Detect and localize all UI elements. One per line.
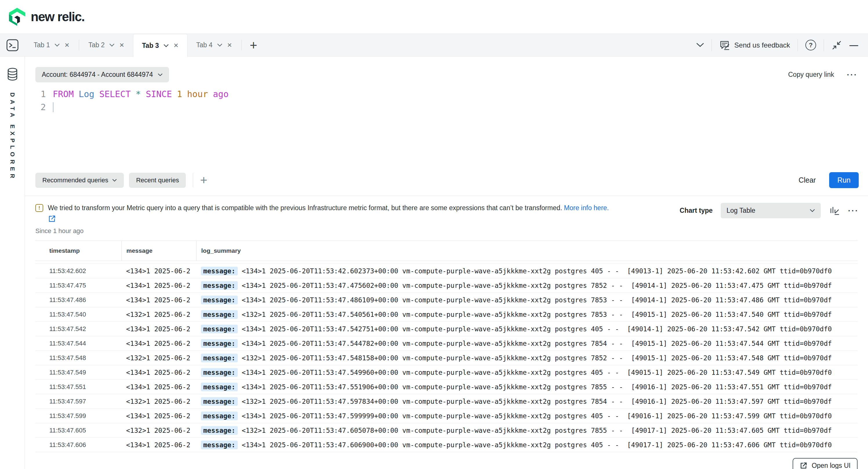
clear-button[interactable]: Clear [799, 176, 816, 184]
chevron-down-icon [112, 179, 117, 182]
chevron-down-icon[interactable] [109, 43, 115, 47]
message-cell: <134>1 2025-06-2 [122, 412, 196, 420]
column-header-log-summary[interactable]: log_summary [196, 241, 858, 260]
account-picker[interactable]: Account: 6844974 - Account 6844974 [35, 67, 169, 82]
table-row[interactable]: 11:53:47.542 <134>1 2025-06-2 message: <… [35, 322, 858, 336]
brand-wordmark: new relic. [31, 9, 85, 24]
nrql-editor[interactable]: 1 FROM Log SELECT * SINCE 1 hour ago 2 [35, 88, 868, 146]
log-summary-text: <134>1 2025-06-20T11:53:42.602373+00:00 … [238, 267, 832, 275]
tab-3-active[interactable]: Tab 3 ✕ [133, 34, 188, 57]
tab-2[interactable]: Tab 2 ✕ [80, 34, 133, 56]
table-row[interactable]: 11:53:47.597 <132>1 2025-06-2 message: <… [35, 394, 858, 409]
close-icon[interactable]: ✕ [119, 42, 124, 49]
table-row[interactable]: 11:53:47.544 <134>1 2025-06-2 message: <… [35, 336, 858, 351]
message-cell: <132>1 2025-06-2 [122, 398, 196, 405]
tabbar-collapse-chevron-icon[interactable] [696, 43, 704, 47]
divider [798, 39, 798, 51]
table-row[interactable]: 11:53:47.605 <132>1 2025-06-2 message: <… [35, 423, 858, 438]
account-picker-label: Account: 6844974 - Account 6844974 [42, 71, 153, 79]
log-summary-cell: message: <134>1 2025-06-20T11:53:47.4756… [196, 281, 858, 290]
chart-controls: Chart type Log Table ··· [680, 203, 859, 218]
table-row[interactable]: 11:53:47.599 <134>1 2025-06-2 message: <… [35, 409, 858, 423]
log-summary-cell: message: <132>1 2025-06-20T11:53:47.5481… [196, 354, 858, 362]
log-summary-text: <134>1 2025-06-20T11:53:47.551906+00:00 … [238, 383, 832, 391]
add-tab-button[interactable]: + [242, 34, 265, 56]
tabbar-controls: Send us feedback ? — [696, 34, 868, 56]
column-header-timestamp[interactable]: timestamp [35, 241, 122, 260]
timestamp-cell: 11:53:47.540 [35, 311, 122, 318]
main-area: DATA EXPLORER Account: 6844974 - Account… [0, 57, 868, 469]
open-logs-ui-button[interactable]: Open logs UI [793, 458, 858, 469]
close-icon[interactable]: ✕ [64, 42, 69, 49]
log-summary-cell: message: <134>1 2025-06-20T11:53:47.5999… [196, 412, 858, 420]
run-button[interactable]: Run [829, 172, 859, 188]
message-cell: <134>1 2025-06-2 [122, 267, 196, 275]
chevron-down-icon[interactable] [217, 43, 222, 47]
edit-chart-icon[interactable] [829, 205, 840, 216]
minimize-icon[interactable]: — [849, 40, 858, 50]
divider [824, 39, 824, 51]
app-header: new relic. [0, 0, 868, 34]
warning-message: We tried to transform your Metric query … [48, 204, 562, 212]
ellipsis-menu-icon[interactable]: ··· [848, 207, 859, 215]
chart-type-label: Chart type [680, 207, 713, 215]
chevron-down-icon[interactable] [163, 44, 169, 47]
log-summary-cell: message: <134>1 2025-06-20T11:53:47.6069… [196, 441, 858, 449]
message-key-chip: message: [201, 281, 238, 290]
tab-4-label: Tab 4 [196, 41, 213, 49]
table-row[interactable]: 11:53:47.486 <134>1 2025-06-2 message: <… [35, 293, 858, 307]
tab-4[interactable]: Tab 4 ✕ [188, 34, 241, 56]
query-header: Account: 6844974 - Account 6844974 Copy … [25, 57, 868, 82]
message-cell: <134>1 2025-06-2 [122, 325, 196, 333]
timestamp-cell: 11:53:42.602 [35, 267, 122, 275]
query-header-actions: Copy query link ··· [788, 71, 858, 79]
send-feedback-button[interactable]: Send us feedback [719, 40, 790, 51]
log-table: timestamp message log_summary 11:53:42.6… [35, 241, 858, 452]
close-icon[interactable]: ✕ [174, 42, 179, 49]
tab-separator [79, 40, 79, 51]
timestamp-cell: 11:53:47.549 [35, 369, 122, 376]
ellipsis-menu-icon[interactable]: ··· [847, 71, 858, 79]
table-row[interactable]: 11:53:42.602 <134>1 2025-06-2 message: <… [35, 264, 858, 278]
copy-query-link-button[interactable]: Copy query link [788, 71, 834, 79]
data-explorer-rail[interactable]: DATA EXPLORER [0, 57, 25, 469]
timestamp-cell: 11:53:47.605 [35, 427, 122, 434]
table-row[interactable]: 11:53:47.475 <134>1 2025-06-2 message: <… [35, 278, 858, 293]
recent-queries-button[interactable]: Recent queries [129, 173, 186, 188]
log-summary-cell: message: <132>1 2025-06-20T11:53:47.6050… [196, 426, 858, 435]
message-key-chip: message: [201, 368, 238, 377]
tab-1[interactable]: Tab 1 ✕ [25, 34, 78, 56]
message-key-chip: message: [201, 310, 238, 319]
column-header-message[interactable]: message [122, 241, 196, 260]
add-query-button[interactable]: + [200, 173, 207, 187]
message-cell: <134>1 2025-06-2 [122, 383, 196, 391]
chart-type-select[interactable]: Log Table [721, 203, 821, 218]
collapse-window-icon[interactable] [832, 40, 842, 51]
more-info-link[interactable]: More info here. [564, 204, 609, 212]
log-summary-text: <132>1 2025-06-20T11:53:47.597834+00:00 … [238, 398, 832, 405]
close-icon[interactable]: ✕ [227, 42, 232, 49]
divider [193, 173, 193, 187]
chevron-down-icon[interactable] [55, 43, 60, 47]
chart-type-value: Log Table [726, 207, 755, 215]
recommended-queries-button[interactable]: Recommended queries [35, 173, 124, 188]
log-summary-text: <134>1 2025-06-20T11:53:47.599999+00:00 … [238, 412, 832, 420]
log-summary-cell: message: <134>1 2025-06-20T11:53:47.5447… [196, 339, 858, 348]
log-summary-cell: message: <134>1 2025-06-20T11:53:47.5499… [196, 368, 858, 377]
message-key-chip: message: [201, 441, 238, 449]
message-cell: <132>1 2025-06-2 [122, 311, 196, 318]
tab-bar: Tab 1 ✕ Tab 2 ✕ Tab 3 ✕ Tab 4 ✕ [0, 34, 868, 57]
message-cell: <134>1 2025-06-2 [122, 340, 196, 347]
table-row[interactable]: 11:53:47.548 <132>1 2025-06-2 message: <… [35, 351, 858, 365]
message-key-chip: message: [201, 426, 238, 435]
help-icon[interactable]: ? [805, 40, 816, 51]
table-row[interactable]: 11:53:47.551 <134>1 2025-06-2 message: <… [35, 380, 858, 394]
timestamp-cell: 11:53:47.606 [35, 441, 122, 449]
table-row[interactable]: 11:53:47.549 <134>1 2025-06-2 message: <… [35, 365, 858, 380]
table-row[interactable]: 11:53:47.540 <132>1 2025-06-2 message: <… [35, 307, 858, 322]
log-summary-text: <134>1 2025-06-20T11:53:47.475602+00:00 … [238, 282, 832, 289]
editor-line-1: 1 FROM Log SELECT * SINCE 1 hour ago [35, 88, 868, 101]
query-token: SINCE [146, 88, 172, 101]
query-console-button[interactable] [0, 34, 25, 56]
table-row[interactable]: 11:53:47.606 <134>1 2025-06-2 message: <… [35, 438, 858, 452]
